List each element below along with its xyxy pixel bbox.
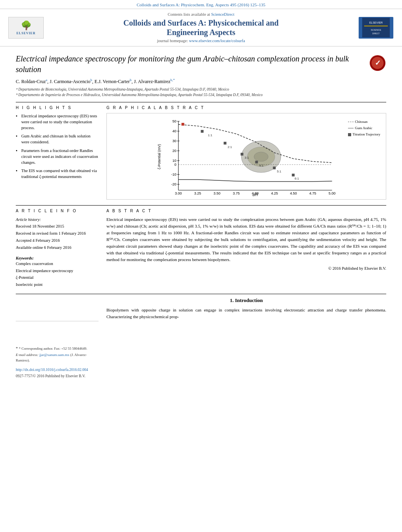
chitosan-label: Chitosan <box>355 119 368 125</box>
journal-homepage: journal homepage: www.elsevier.com/locat… <box>50 39 352 43</box>
gum-arabic-line-icon <box>348 128 354 128</box>
footnotes-column: * * Corresponding author. Fax: +52 55 58… <box>16 321 99 379</box>
contents-available-line: Contents lists available at ScienceDirec… <box>50 12 352 17</box>
homepage-link[interactable]: www.elsevier.com/locate/colsurfa <box>189 39 245 43</box>
article-info-column: A R T I C L E I N F O Article history: R… <box>16 209 99 289</box>
crossmark-icon[interactable]: ✓ <box>370 55 386 72</box>
received-revised-date: Received in revised form 1 February 2016 <box>16 230 99 237</box>
keyword-1: Complex coacervation <box>16 260 99 267</box>
journal-citation: Colloids and Surfaces A: Physicochem. En… <box>0 0 402 9</box>
introduction-text: Biopolymers with opposite charge in solu… <box>106 307 386 320</box>
abstract-copyright: © 2016 Published by Elsevier B.V. <box>106 266 386 271</box>
accepted-date: Accepted 4 February 2016 <box>16 237 99 244</box>
section-divider-3 <box>16 294 386 294</box>
svg-rect-46 <box>292 174 295 176</box>
article-info-heading: A R T I C L E I N F O <box>16 209 99 213</box>
svg-text:2:1: 2:1 <box>228 145 233 149</box>
graphical-abstract-heading: G R A P H I C A L A B S T R A C T <box>106 106 386 110</box>
journal-title: Colloids and Surfaces A: Physicochemical… <box>50 18 352 37</box>
elsevier-logo-container: 🌳 ELSEVIER <box>6 17 46 39</box>
svg-text:0: 0 <box>174 163 176 167</box>
journal-citation-link[interactable]: Colloids and Surfaces A: Physicochem. En… <box>137 2 266 7</box>
email-link[interactable]: jjar@xanum.uam.mx <box>39 353 69 357</box>
introduction-column: 1. Introduction Biopolymers with opposit… <box>106 297 386 379</box>
svg-text:10: 10 <box>172 159 176 163</box>
svg-text:-20: -20 <box>171 182 176 186</box>
main-divider <box>16 102 386 102</box>
svg-rect-43 <box>241 153 244 156</box>
svg-text:3:1: 3:1 <box>245 156 249 159</box>
info-abstract-section: A R T I C L E I N F O Article history: R… <box>16 209 386 289</box>
svg-text:5:1: 5:1 <box>277 170 282 173</box>
svg-text:6:1: 6:1 <box>295 177 300 180</box>
history-label: Article history: <box>16 216 99 223</box>
svg-point-10 <box>254 152 268 161</box>
contents-label: Contents lists available at <box>168 12 210 17</box>
svg-rect-41 <box>201 130 204 133</box>
svg-rect-40 <box>182 123 184 126</box>
svg-text:ELSEVIER: ELSEVIER <box>369 21 383 24</box>
received-date: Received 18 November 2015 <box>16 223 99 230</box>
elsevier-logo: 🌳 ELSEVIER <box>8 17 44 39</box>
svg-text:ζ-Potential (mV): ζ-Potential (mV) <box>157 144 161 169</box>
svg-rect-42 <box>224 142 227 145</box>
svg-text:50: 50 <box>172 119 176 123</box>
svg-rect-44 <box>255 161 258 163</box>
svg-text:20: 20 <box>172 149 176 153</box>
highlight-item-3: Parameters from a fractional-order Randl… <box>16 148 99 166</box>
sciencedirect-link[interactable]: ScienceDirect <box>211 12 234 17</box>
highlight-item-4: The EIS was compared with that obtained … <box>16 168 99 180</box>
email-label: E-mail address: <box>16 353 38 357</box>
svg-text:-10: -10 <box>171 172 176 176</box>
highlights-list: Electrical impedance spectroscopy (EIS) … <box>16 113 99 180</box>
doi-link[interactable]: http://dx.doi.org/10.1016/j.colsurfa.201… <box>16 368 88 372</box>
header-banner: 🌳 ELSEVIER Contents lists available at S… <box>0 9 402 46</box>
article-title: Electrical impedance spectroscopy for mo… <box>16 54 370 75</box>
titration-square-icon <box>348 133 351 136</box>
highlight-item-2: Gum Arabic and chitosan in bulk solution… <box>16 133 99 145</box>
doi-line: http://dx.doi.org/10.1016/j.colsurfa.201… <box>16 367 99 373</box>
svg-text:4.50: 4.50 <box>290 191 297 195</box>
svg-text:3.50: 3.50 <box>214 191 221 195</box>
right-logo-container: ELSEVIER SCIENCE DIRECT <box>356 17 396 39</box>
svg-rect-45 <box>273 167 276 169</box>
keyword-3: ζ-Potential <box>16 274 99 281</box>
corresponding-author-note: * * Corresponding author. Fax: +52 55 58… <box>16 345 99 352</box>
highlights-heading: H I G H L I G H T S <box>16 106 99 110</box>
section-divider-2 <box>16 205 386 206</box>
keywords-list: Complex coacervation Electrical impedanc… <box>16 260 99 288</box>
highlights-column: H I G H L I G H T S Electrical impedance… <box>16 106 99 200</box>
svg-text:4.25: 4.25 <box>271 191 278 195</box>
highlight-item-1: Electrical impedance spectroscopy (EIS) … <box>16 113 99 131</box>
svg-text:5.00: 5.00 <box>329 191 336 195</box>
legend-gum-arabic: Gum Arabic <box>348 125 380 131</box>
article-history: Article history: Received 18 November 20… <box>16 216 99 251</box>
introduction-section: * * Corresponding author. Fax: +52 55 58… <box>16 297 386 379</box>
right-logo: ELSEVIER SCIENCE DIRECT <box>359 17 393 39</box>
crossmark-circle: ✓ <box>370 55 385 71</box>
svg-text:4.75: 4.75 <box>309 191 316 195</box>
affiliations: ᵃ Departamento de Biotecnologia, Univers… <box>16 87 386 98</box>
svg-text:30: 30 <box>172 139 176 143</box>
chart-legend: Chitosan Gum Arabic Titration Trajectory <box>348 119 380 138</box>
titration-label: Titration Trajectory <box>353 132 380 137</box>
svg-text:SCIENCE: SCIENCE <box>371 29 382 31</box>
svg-text:pH: pH <box>252 193 258 196</box>
available-online-date: Available online 6 February 2016 <box>16 244 99 251</box>
svg-text:✓: ✓ <box>375 59 381 67</box>
chart-container: Chitosan Gum Arabic Titration Trajectory <box>106 113 386 200</box>
svg-text:3.00: 3.00 <box>175 191 182 195</box>
svg-text:3.75: 3.75 <box>233 191 240 195</box>
affiliation-a: ᵃ Departamento de Biotecnologia, Univers… <box>16 87 386 92</box>
keyword-4: Isoelectric point <box>16 281 99 288</box>
abstract-column: A B S T R A C T Electrical impedance spe… <box>106 209 386 289</box>
gum-arabic-label: Gum Arabic <box>355 125 372 131</box>
email-line: E-mail address: jjar@xanum.uam.mx (J. Al… <box>16 352 99 363</box>
elsevier-text: ELSEVIER <box>17 32 35 35</box>
chitosan-line-icon <box>348 122 354 122</box>
abstract-heading: A B S T R A C T <box>106 209 386 213</box>
affiliation-b: ᵇ Departamento de Ingenieria de Procesos… <box>16 92 386 98</box>
elsevier-tree-icon: 🌳 <box>21 20 32 31</box>
legend-titration: Titration Trajectory <box>348 132 380 137</box>
main-content: Electrical impedance spectroscopy for mo… <box>0 46 402 383</box>
